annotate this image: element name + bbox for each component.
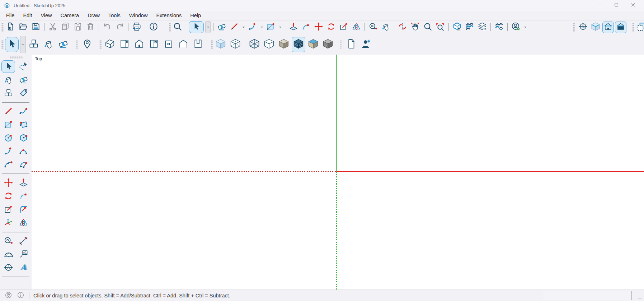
- toolbar-grip[interactable]: [210, 40, 213, 49]
- menu-extensions[interactable]: Extensions: [152, 11, 186, 20]
- pie-button[interactable]: [17, 158, 30, 171]
- resize-grip[interactable]: [638, 295, 642, 300]
- lasso-button[interactable]: [17, 60, 30, 73]
- tape-measure-button[interactable]: [367, 22, 379, 33]
- rotate-button[interactable]: [1, 190, 15, 203]
- view-left-button[interactable]: [177, 37, 190, 52]
- cut-button[interactable]: [47, 22, 58, 33]
- axes-button[interactable]: [1, 217, 15, 229]
- follow-me-button[interactable]: [17, 190, 30, 203]
- share-model-button[interactable]: [476, 22, 488, 33]
- toolbar-grip[interactable]: [1, 23, 4, 32]
- toolbar-grip[interactable]: [632, 23, 635, 32]
- extension-warehouse-button[interactable]: [464, 22, 475, 33]
- menu-help[interactable]: Help: [186, 11, 205, 20]
- select-button[interactable]: [1, 60, 15, 73]
- menu-window[interactable]: Window: [125, 11, 152, 20]
- follow-me-button[interactable]: [300, 22, 312, 33]
- eraser-button[interactable]: [56, 37, 70, 52]
- components-button[interactable]: [1, 87, 15, 99]
- rectangle-button[interactable]: [265, 22, 277, 33]
- zoom-extents-button[interactable]: [434, 22, 446, 33]
- arc-dropdown[interactable]: [259, 22, 264, 33]
- 3d-warehouse-button[interactable]: [451, 22, 463, 33]
- toolbar-grip[interactable]: [1, 40, 4, 49]
- rotate-button[interactable]: [325, 22, 337, 33]
- line-button[interactable]: [229, 22, 240, 33]
- flip-button[interactable]: [351, 22, 362, 33]
- section-plane-button[interactable]: CA-B: [1, 261, 15, 274]
- extension-manager-button[interactable]: [493, 22, 505, 33]
- dimension-button[interactable]: [17, 235, 30, 247]
- info-button[interactable]: [17, 292, 24, 300]
- toolbar-grip[interactable]: [9, 56, 23, 59]
- search-button[interactable]: [172, 22, 183, 33]
- fs-shadedtex-button[interactable]: [292, 37, 305, 52]
- line-button[interactable]: [1, 105, 15, 118]
- two-point-arc-button[interactable]: [17, 145, 30, 158]
- eraser-button[interactable]: [17, 74, 30, 86]
- scale-button[interactable]: [1, 203, 15, 216]
- paint-bucket-button[interactable]: [380, 22, 391, 33]
- view-iso-button[interactable]: [103, 37, 117, 52]
- select-dropdown[interactable]: [20, 36, 26, 53]
- paste-button[interactable]: [72, 22, 84, 33]
- push-pull-button[interactable]: [17, 177, 30, 189]
- fs-backedges-button[interactable]: [229, 37, 242, 52]
- components-button[interactable]: [27, 37, 41, 52]
- 3d-text-button[interactable]: AA: [17, 261, 30, 274]
- select-button[interactable]: [5, 37, 19, 52]
- toolbar-grip[interactable]: [76, 40, 79, 49]
- account-dropdown[interactable]: [523, 22, 527, 33]
- move-button[interactable]: [1, 177, 15, 189]
- offset-button[interactable]: [17, 203, 30, 216]
- menu-edit[interactable]: Edit: [19, 11, 36, 20]
- tape-measure-button[interactable]: [1, 235, 15, 247]
- move-button[interactable]: [313, 22, 324, 33]
- view-bottom-button[interactable]: [191, 37, 205, 52]
- drawing-canvas[interactable]: Top: [32, 55, 644, 290]
- pan-button[interactable]: [409, 22, 421, 33]
- view-top-button[interactable]: [118, 37, 131, 52]
- fs-shaded-button[interactable]: [277, 37, 291, 52]
- zoom-button[interactable]: [422, 22, 433, 33]
- freehand-button[interactable]: [17, 105, 30, 118]
- fs-hiddenline-button[interactable]: [262, 37, 276, 52]
- menu-draw[interactable]: Draw: [83, 11, 104, 20]
- paint-bucket-button[interactable]: [42, 37, 55, 52]
- close-button[interactable]: [625, 0, 641, 11]
- orbit-button[interactable]: [397, 22, 408, 33]
- arc-button[interactable]: [247, 22, 258, 33]
- select-window-button[interactable]: [636, 22, 644, 33]
- account-button[interactable]: [510, 22, 522, 33]
- undo-button[interactable]: [102, 22, 113, 33]
- add-person-button[interactable]: [359, 37, 373, 52]
- geolocation-button[interactable]: [4, 292, 12, 300]
- menu-tools[interactable]: Tools: [104, 11, 125, 20]
- toolbar-grip[interactable]: [573, 23, 576, 32]
- toolbar-grip[interactable]: [340, 40, 343, 49]
- fs-wireframe-button[interactable]: [248, 37, 261, 52]
- menu-file[interactable]: File: [2, 11, 19, 20]
- flip-button[interactable]: [17, 217, 30, 229]
- view-back-button[interactable]: [162, 37, 175, 52]
- location-pin-button[interactable]: [80, 37, 94, 52]
- fs-textured-button[interactable]: [306, 37, 320, 52]
- measurements-input[interactable]: [543, 291, 632, 300]
- rectangle-dropdown[interactable]: [278, 22, 282, 33]
- text-button[interactable]: A1: [17, 248, 30, 261]
- toolbar-grip[interactable]: [99, 40, 102, 49]
- fs-xray-button[interactable]: [214, 37, 227, 52]
- menu-view[interactable]: View: [36, 11, 56, 20]
- eraser-button[interactable]: [216, 22, 227, 33]
- circle-button[interactable]: [1, 132, 15, 144]
- model-info-button[interactable]: [148, 22, 159, 33]
- select-dropdown[interactable]: [205, 21, 211, 33]
- redo-button[interactable]: [114, 22, 126, 33]
- tag-button[interactable]: [17, 87, 30, 99]
- copy-button[interactable]: [60, 22, 71, 33]
- select-button[interactable]: [189, 21, 204, 33]
- arc-button[interactable]: [1, 145, 15, 158]
- fs-mono-button[interactable]: [321, 37, 335, 52]
- section-plane-button[interactable]: CA-B: [577, 22, 589, 33]
